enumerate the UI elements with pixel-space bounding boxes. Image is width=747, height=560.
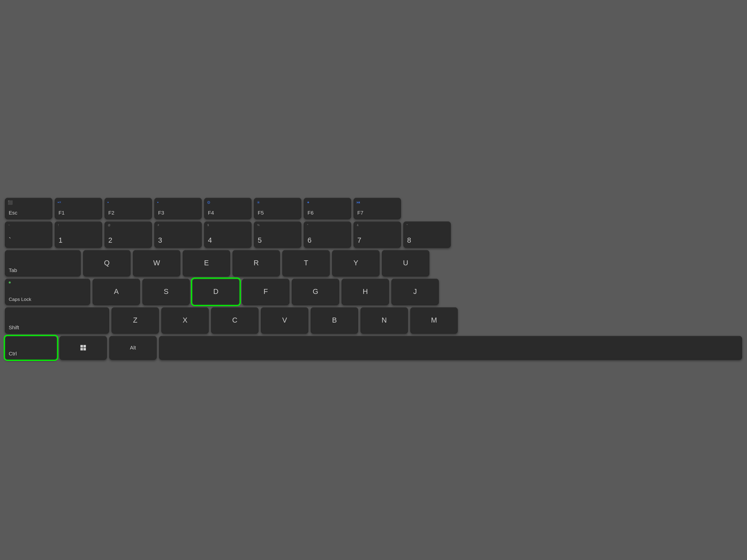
key-e[interactable]: E (183, 250, 230, 276)
key-6[interactable]: ^ 6 (304, 221, 351, 248)
windows-icon (80, 345, 86, 350)
key-tab[interactable]: Tab (5, 250, 81, 276)
key-2[interactable]: @ 2 (105, 221, 152, 248)
key-4[interactable]: $ 4 (204, 221, 252, 248)
skip-back-icon: ⏮ (356, 200, 360, 205)
key-f3[interactable]: ▪ F3 (154, 198, 202, 219)
monitor-icon: ⬛ (8, 200, 13, 205)
key-ctrl[interactable]: Ctrl (5, 336, 57, 359)
key-u[interactable]: U (382, 250, 429, 276)
gear-icon: ⚙ (207, 200, 210, 205)
keyboard: ⬛ Esc ▪× F1 ▪ F2 ▪ F3 ⚙ F4 ✳ F5 ✦ F6 ⏮ F (0, 188, 747, 372)
key-alt[interactable]: Alt (109, 336, 157, 359)
monitor-dim-icon: ▪ (157, 200, 159, 205)
key-3[interactable]: # 3 (154, 221, 202, 248)
key-f4[interactable]: ⚙ F4 (204, 198, 252, 219)
key-g[interactable]: G (292, 279, 339, 305)
key-5[interactable]: % 5 (254, 221, 301, 248)
key-v[interactable]: V (261, 308, 308, 334)
qwerty-row: Tab Q W E R T Y U (5, 250, 742, 276)
key-8[interactable]: * 8 (403, 221, 451, 248)
key-a[interactable]: A (93, 279, 140, 305)
key-backtick[interactable]: ~ ` (5, 221, 52, 248)
key-esc[interactable]: ⬛ Esc (5, 198, 52, 219)
key-s[interactable]: S (143, 279, 190, 305)
key-t[interactable]: T (282, 250, 330, 276)
key-f7[interactable]: ⏮ F7 (354, 198, 401, 219)
monitor-half-icon: ▪ (107, 200, 109, 205)
bottom-row: Ctrl Alt (5, 336, 742, 359)
key-f1[interactable]: ▪× F1 (55, 198, 102, 219)
brightness-icon: ✳ (257, 200, 260, 205)
fn-row: ⬛ Esc ▪× F1 ▪ F2 ▪ F3 ⚙ F4 ✳ F5 ✦ F6 ⏮ F (5, 198, 742, 219)
monitor-x-icon: ▪× (57, 200, 61, 205)
key-space[interactable] (159, 336, 742, 359)
key-h[interactable]: H (342, 279, 389, 305)
key-x[interactable]: X (161, 308, 209, 334)
key-b[interactable]: B (311, 308, 358, 334)
caps-lock-indicator (9, 282, 11, 284)
key-j[interactable]: J (391, 279, 439, 305)
number-row: ~ ` ! 1 @ 2 # 3 $ 4 % 5 ^ 6 & 7 (5, 221, 742, 248)
key-w[interactable]: W (133, 250, 180, 276)
key-shift[interactable]: Shift (5, 308, 109, 334)
key-d[interactable]: D (192, 279, 239, 305)
key-c[interactable]: C (211, 308, 258, 334)
key-q[interactable]: Q (83, 250, 130, 276)
zxcv-row: Shift Z X C V B N M (5, 308, 742, 334)
key-caps-lock[interactable]: Caps Lock (5, 279, 90, 305)
asdf-row: Caps Lock A S D F G H J (5, 279, 742, 305)
key-m[interactable]: M (410, 308, 458, 334)
key-7[interactable]: & 7 (354, 221, 401, 248)
key-f5[interactable]: ✳ F5 (254, 198, 301, 219)
key-win[interactable] (59, 336, 107, 359)
key-z[interactable]: Z (111, 308, 159, 334)
key-f6[interactable]: ✦ F6 (304, 198, 351, 219)
key-y[interactable]: Y (332, 250, 380, 276)
key-f[interactable]: F (242, 279, 289, 305)
key-f2[interactable]: ▪ F2 (105, 198, 152, 219)
key-1[interactable]: ! 1 (55, 221, 102, 248)
key-r[interactable]: R (233, 250, 280, 276)
brightness-low-icon: ✦ (307, 200, 310, 205)
key-n[interactable]: N (361, 308, 408, 334)
